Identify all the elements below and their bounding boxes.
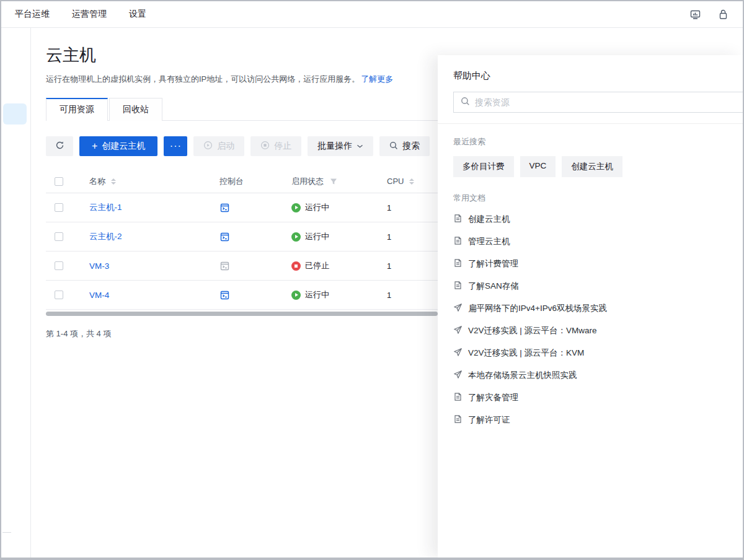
batch-actions-button[interactable]: 批量操作 bbox=[308, 136, 373, 156]
help-search-input[interactable] bbox=[475, 97, 739, 107]
play-circle-icon bbox=[203, 141, 213, 152]
filter-funnel-icon[interactable] bbox=[330, 178, 337, 185]
recent-tag[interactable]: 多价目计费 bbox=[453, 156, 514, 177]
doc-list-item[interactable]: 管理云主机 bbox=[453, 230, 728, 253]
search-label: 搜索 bbox=[402, 141, 420, 152]
start-label: 启动 bbox=[217, 141, 234, 152]
document-icon bbox=[453, 236, 463, 248]
recent-tag[interactable]: 创建云主机 bbox=[562, 156, 622, 177]
stop-label: 停止 bbox=[274, 141, 291, 152]
status-badge: 已停止 bbox=[291, 260, 329, 271]
content-area: 云主机 运行在物理机上的虚拟机实例，具有独立的IP地址，可以访问公共网络，运行应… bbox=[1, 28, 743, 558]
vm-name-link[interactable]: VM-3 bbox=[89, 261, 109, 271]
doc-list-item[interactable]: 了解许可证 bbox=[453, 409, 728, 431]
status-badge: 运行中 bbox=[291, 231, 329, 242]
stopped-status-icon bbox=[291, 261, 301, 271]
sidebar-active-item-highlight[interactable] bbox=[3, 103, 27, 125]
console-icon-disabled bbox=[219, 261, 230, 271]
doc-list-item[interactable]: 创建云主机 bbox=[453, 208, 728, 230]
column-header-console: 控制台 bbox=[210, 176, 281, 187]
column-header-name[interactable]: 名称 bbox=[79, 176, 210, 187]
running-status-icon bbox=[291, 291, 301, 300]
search-button[interactable]: 搜索 bbox=[379, 136, 430, 156]
search-icon bbox=[461, 97, 470, 108]
sidebar-divider bbox=[2, 532, 11, 533]
help-search-box[interactable] bbox=[453, 92, 743, 113]
cpu-value: 1 bbox=[377, 261, 433, 271]
running-status-icon bbox=[291, 203, 301, 212]
table-header-row: 名称 控制台 启用状态 CPU bbox=[46, 170, 448, 193]
learn-more-link[interactable]: 了解更多 bbox=[361, 74, 393, 84]
doc-list-item[interactable]: 本地存储场景云主机快照实践 bbox=[453, 364, 728, 387]
recent-search-tags: 多价目计费 VPC 创建云主机 bbox=[453, 156, 728, 177]
search-icon bbox=[389, 141, 398, 152]
paper-plane-icon bbox=[453, 325, 463, 337]
vm-name-link[interactable]: 云主机-2 bbox=[89, 231, 122, 242]
row-checkbox[interactable] bbox=[55, 232, 63, 241]
stop-circle-icon bbox=[260, 141, 270, 152]
refresh-icon bbox=[55, 141, 64, 152]
tab-bar: 可用资源 回收站 bbox=[46, 97, 443, 121]
horizontal-scrollbar[interactable] bbox=[46, 312, 438, 316]
chevron-down-icon bbox=[356, 143, 363, 149]
doc-list: 创建云主机 管理云主机 bbox=[453, 208, 728, 431]
console-icon[interactable] bbox=[219, 290, 230, 300]
doc-list-item[interactable]: V2V迁移实践 | 源云平台：VMware bbox=[453, 320, 728, 342]
doc-list-item[interactable]: 了解SAN存储 bbox=[453, 275, 728, 297]
row-checkbox[interactable] bbox=[55, 291, 63, 299]
document-icon bbox=[453, 414, 463, 426]
tab-available-resources[interactable]: 可用资源 bbox=[46, 98, 108, 121]
cpu-value: 1 bbox=[377, 203, 433, 212]
nav-item-settings[interactable]: 设置 bbox=[129, 9, 146, 20]
row-checkbox[interactable] bbox=[55, 261, 63, 270]
console-icon[interactable] bbox=[219, 232, 230, 242]
top-navigation-bar: 平台运维 运营管理 设置 bbox=[1, 1, 743, 28]
document-icon bbox=[453, 258, 463, 270]
nav-item-platform-ops[interactable]: 平台运维 bbox=[15, 9, 50, 20]
console-icon[interactable] bbox=[219, 203, 230, 213]
page-description-text: 运行在物理机上的虚拟机实例，具有独立的IP地址，可以访问公共网络，运行应用服务。 bbox=[46, 74, 360, 84]
vm-table: 名称 控制台 启用状态 CPU bbox=[46, 170, 448, 310]
document-icon bbox=[453, 281, 463, 292]
vm-name-link[interactable]: 云主机-1 bbox=[89, 202, 122, 213]
vm-name-link[interactable]: VM-4 bbox=[89, 291, 109, 300]
sort-icon[interactable] bbox=[409, 176, 414, 187]
recent-searches-label: 最近搜索 bbox=[453, 136, 728, 147]
table-row: VM-4 运行中 bbox=[46, 281, 448, 310]
cpu-value: 1 bbox=[377, 232, 433, 242]
paper-plane-icon bbox=[453, 370, 463, 382]
doc-list-item[interactable]: 扁平网络下的IPv4+IPv6双栈场景实践 bbox=[453, 297, 728, 320]
create-vm-label: 创建云主机 bbox=[102, 141, 145, 152]
tab-recycle-bin[interactable]: 回收站 bbox=[109, 98, 162, 121]
start-button[interactable]: 启动 bbox=[193, 136, 244, 156]
status-badge: 运行中 bbox=[291, 202, 329, 213]
status-badge: 运行中 bbox=[291, 289, 329, 300]
table-row: 云主机-1 运行中 bbox=[46, 193, 448, 222]
stop-button[interactable]: 停止 bbox=[250, 136, 301, 156]
recent-tag[interactable]: VPC bbox=[520, 156, 556, 177]
help-center-title: 帮助中心 bbox=[453, 70, 743, 82]
paper-plane-icon bbox=[453, 348, 463, 359]
column-header-cpu[interactable]: CPU bbox=[377, 176, 433, 187]
document-icon bbox=[453, 214, 463, 225]
sort-icon[interactable] bbox=[111, 176, 116, 187]
doc-list-item[interactable]: 了解灾备管理 bbox=[453, 387, 728, 409]
plus-icon: + bbox=[92, 141, 97, 152]
nav-item-operation-mgmt[interactable]: 运营管理 bbox=[72, 9, 107, 20]
doc-list-item[interactable]: 了解计费管理 bbox=[453, 253, 728, 275]
create-vm-button[interactable]: + 创建云主机 bbox=[79, 136, 157, 156]
refresh-button[interactable] bbox=[46, 136, 73, 156]
cpu-value: 1 bbox=[377, 291, 433, 300]
column-header-status[interactable]: 启用状态 bbox=[281, 176, 377, 187]
select-all-checkbox[interactable] bbox=[55, 177, 63, 186]
common-docs-label: 常用文档 bbox=[453, 193, 728, 204]
doc-list-item[interactable]: V2V迁移实践 | 源云平台：KVM bbox=[453, 342, 728, 364]
dashboard-monitor-icon[interactable] bbox=[689, 9, 701, 20]
row-checkbox[interactable] bbox=[55, 203, 63, 212]
more-actions-button[interactable]: ··· bbox=[164, 136, 187, 156]
paper-plane-icon bbox=[453, 303, 463, 315]
help-center-panel: 帮助中心 最近搜索 多价目计费 VPC 创建云主机 常用文档 bbox=[438, 55, 743, 558]
lock-icon[interactable] bbox=[717, 9, 729, 20]
left-sidebar-rail bbox=[1, 28, 31, 558]
batch-actions-label: 批量操作 bbox=[317, 141, 352, 152]
